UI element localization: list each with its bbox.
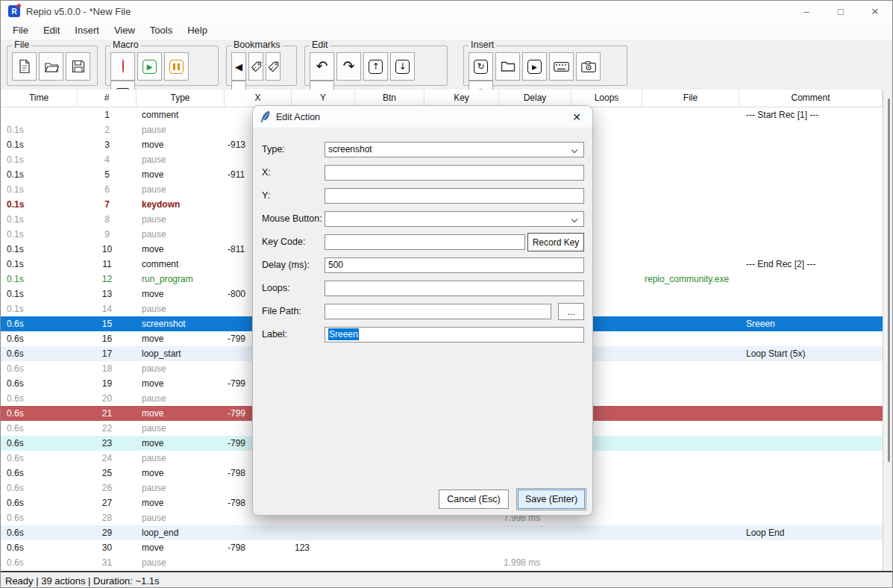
open-file-button[interactable]: [39, 52, 63, 81]
cell-loops: [571, 555, 642, 570]
cell-time: 0.6s: [1, 481, 78, 495]
cell-type: move: [137, 406, 225, 421]
cell-num: 11: [78, 257, 137, 272]
cell-file: [642, 122, 739, 137]
menu-item-file[interactable]: File: [5, 22, 36, 40]
dialog-close-icon[interactable]: ✕: [570, 110, 583, 124]
add-bookmark-button[interactable]: [248, 52, 263, 81]
cell-comment: [739, 182, 883, 197]
x-input[interactable]: [325, 165, 584, 181]
table-row[interactable]: 0.6s29loop_endLoop End: [1, 525, 883, 540]
cancel-button[interactable]: Cancel (Esc): [439, 490, 509, 509]
mouse-button-combobox[interactable]: [325, 211, 584, 227]
file-path-input[interactable]: [325, 304, 551, 319]
cell-type: move: [137, 495, 225, 510]
column-header-num[interactable]: #: [78, 90, 137, 107]
move-down-button[interactable]: ↓: [390, 52, 415, 81]
field-label: Y:: [262, 190, 270, 201]
save-file-button[interactable]: [66, 52, 90, 81]
dialog-field-row: X:: [262, 164, 585, 187]
column-header-file[interactable]: File: [642, 90, 739, 107]
cell-comment: [739, 481, 883, 495]
status-text: Ready | 39 actions | Duration: ~1.1s: [5, 575, 160, 587]
remove-bookmark-button[interactable]: [266, 52, 281, 81]
cell-num: 27: [78, 495, 137, 510]
cell-num: 30: [78, 540, 137, 555]
play-button[interactable]: ▶: [137, 52, 162, 81]
label-input[interactable]: Sreeen: [325, 327, 584, 343]
type-combobox[interactable]: screenshot: [325, 142, 584, 157]
cell-num: 17: [78, 346, 137, 361]
field-label: Label:: [262, 329, 287, 340]
cell-num: 2: [78, 122, 137, 137]
cell-time: 0.6s: [1, 391, 78, 406]
move-up-button[interactable]: ↑: [363, 52, 388, 81]
record-button[interactable]: [110, 52, 135, 81]
cell-file: [642, 242, 739, 257]
cell-delay: [499, 525, 571, 540]
delay-ms-input[interactable]: 500: [325, 257, 584, 273]
cell-num: 25: [78, 466, 137, 481]
insert-loop-button[interactable]: ↻: [469, 52, 493, 81]
table-row[interactable]: 0.6s30move-798123: [1, 540, 883, 555]
cell-type: pause: [137, 451, 225, 466]
insert-file-button[interactable]: [495, 52, 520, 81]
vertical-scrollbar[interactable]: [883, 90, 893, 571]
prev-bookmark-button[interactable]: ◀: [231, 52, 246, 81]
close-button[interactable]: ✕: [858, 1, 892, 22]
insert-keydown-button[interactable]: [549, 52, 574, 81]
cell-file: [642, 137, 739, 152]
cell-comment: [739, 331, 883, 346]
key-code-input[interactable]: [325, 234, 525, 250]
cell-num: 29: [78, 525, 137, 540]
cell-time: 0.6s: [1, 361, 78, 376]
minimize-button[interactable]: –: [789, 1, 824, 22]
cell-file: [642, 346, 739, 361]
cell-comment: [739, 272, 883, 287]
menu-item-tools[interactable]: Tools: [142, 22, 180, 40]
column-header-comment[interactable]: Comment: [739, 90, 883, 107]
menu-item-edit[interactable]: Edit: [36, 22, 67, 40]
field-label: Type:: [262, 144, 285, 154]
column-header-type[interactable]: Type: [137, 90, 225, 107]
pause-button[interactable]: [164, 52, 189, 81]
toolbar-group-label: Insert: [469, 40, 496, 50]
loops-input[interactable]: [325, 281, 584, 296]
cell-type: pause: [137, 391, 225, 406]
cell-num: 10: [78, 242, 137, 257]
new-file-button[interactable]: [12, 52, 37, 81]
insert-run-button[interactable]: ▶: [522, 52, 547, 81]
column-header-time[interactable]: Time: [1, 90, 78, 107]
open-folder-icon: [44, 60, 59, 73]
edit-action-dialog: Edit Action ✕ Type:screenshotX:Y:Mouse B…: [252, 105, 593, 516]
record-key-button[interactable]: Record Key: [527, 233, 584, 251]
y-input[interactable]: [325, 188, 584, 204]
cell-file: [642, 361, 739, 376]
cell-type: comment: [137, 107, 225, 122]
redo-button[interactable]: ↷: [336, 52, 361, 81]
maximize-button[interactable]: □: [824, 1, 858, 22]
play-box-icon: ▶: [527, 59, 542, 75]
cell-comment: [739, 555, 883, 570]
cell-time: 0.1s: [1, 152, 78, 167]
cell-file: [642, 495, 739, 510]
cell-comment: [739, 436, 883, 451]
undo-icon: ↶: [316, 59, 328, 74]
pause-icon: [169, 60, 184, 74]
cell-type: move: [137, 376, 225, 391]
scrollbar-thumb[interactable]: [888, 98, 890, 462]
cell-num: 6: [78, 182, 137, 197]
insert-screenshot-button[interactable]: [576, 52, 601, 81]
undo-button[interactable]: ↶: [310, 52, 334, 81]
cell-comment: [739, 122, 883, 137]
cell-file: [642, 197, 739, 212]
menu-item-view[interactable]: View: [107, 22, 142, 40]
menu-item-help[interactable]: Help: [180, 22, 215, 40]
cell-num: 3: [78, 137, 137, 152]
save-button[interactable]: Save (Enter): [518, 490, 585, 509]
menu-item-insert[interactable]: Insert: [67, 22, 107, 40]
browse-file-button[interactable]: ...: [558, 303, 584, 320]
table-row[interactable]: 0.6s31pause1.998 ms: [1, 555, 883, 570]
cell-time: 0.6s: [1, 495, 78, 510]
cell-num: 13: [78, 287, 137, 301]
